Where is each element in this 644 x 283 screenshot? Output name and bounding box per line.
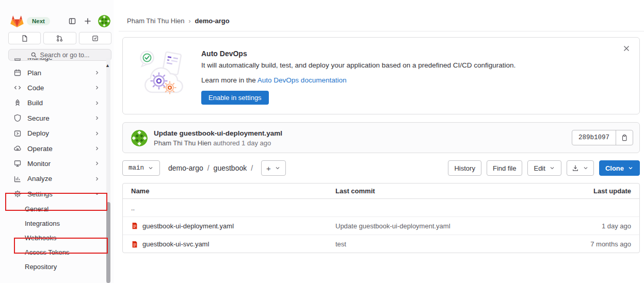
sidebar-item-settings[interactable]: Settings [5, 187, 107, 202]
monitor-icon [13, 159, 22, 168]
auto-devops-banner: Auto DevOps It will automatically build,… [122, 37, 640, 114]
sidebar-scrollbar-thumb[interactable] [106, 202, 110, 283]
code-icon [13, 84, 22, 92]
sidebar-item-general[interactable]: General [5, 202, 107, 216]
chevron-right-icon [94, 145, 100, 152]
rocket-icon [13, 99, 22, 107]
chevron-right-icon [94, 70, 100, 76]
yaml-file-icon [131, 241, 138, 248]
auto-devops-doc-link[interactable]: Auto DevOps documentation [257, 76, 347, 84]
sidebar-item-secure[interactable]: Secure [5, 111, 107, 126]
yaml-file-icon [131, 222, 138, 229]
banner-learn-more: Learn more in the Auto DevOps documentat… [201, 76, 346, 84]
sidebar-item-code[interactable]: Code [5, 80, 107, 95]
column-name: Name [131, 187, 335, 195]
chevron-down-icon [148, 165, 154, 171]
file-last-update: 7 months ago [538, 240, 631, 248]
devops-illustration [138, 46, 192, 97]
branch-selector[interactable]: main [122, 160, 160, 176]
chevron-down-icon [275, 165, 281, 171]
commit-author[interactable]: Pham Thi Thu Hien [154, 139, 212, 147]
breadcrumb-current[interactable]: demo-argo [195, 17, 230, 25]
file-last-update: 1 day ago [538, 222, 631, 230]
file-name: guestbook-ui-svc.yaml [142, 240, 209, 248]
user-avatar[interactable] [98, 15, 110, 27]
search-placeholder: Search or go to... [40, 52, 90, 59]
gear-icon [13, 190, 22, 198]
add-file-button[interactable]: + [261, 160, 286, 176]
file-last-commit[interactable]: test [335, 240, 538, 248]
history-button[interactable]: History [448, 160, 481, 176]
sidebar-item-webhooks[interactable]: Webhooks [5, 230, 107, 245]
chevron-down-icon [549, 165, 555, 171]
chevron-down-icon [627, 165, 634, 171]
chevron-right-icon [94, 160, 100, 167]
issues-button[interactable] [8, 32, 41, 44]
path-dir[interactable]: guestbook [214, 164, 247, 172]
commit-sha[interactable]: 289b1097 [572, 130, 616, 145]
sidebar-item-monitor[interactable]: Monitor [5, 156, 107, 171]
shield-icon [13, 114, 22, 122]
sidebar-item-plan[interactable]: Plan [5, 65, 107, 80]
chevron-down-icon [94, 191, 100, 197]
deploy-icon [13, 129, 22, 138]
banner-description: It will automatically build, test, and d… [201, 61, 516, 69]
sidebar-shortcuts [8, 32, 111, 44]
find-file-button[interactable]: Find file [487, 160, 523, 176]
sidebar-toggle-icon[interactable] [68, 17, 76, 25]
repo-toolbar: main demo-argo / guestbook / + History F… [122, 160, 640, 176]
file-last-commit[interactable]: Update guestbook-ui-deployment.yaml [335, 222, 538, 230]
chevron-right-icon [94, 130, 100, 137]
sidebar-nav: Manage Plan Code Build [5, 58, 107, 283]
banner-title: Auto DevOps [201, 49, 247, 58]
chart-icon [13, 175, 22, 183]
path-repo[interactable]: demo-argo [168, 164, 203, 172]
table-row-parent-dir[interactable]: .. [123, 199, 639, 217]
sidebar-item-build[interactable]: Build [5, 95, 107, 110]
gitlab-logo-icon[interactable] [10, 15, 24, 27]
edit-button[interactable]: Edit [527, 160, 561, 176]
create-new-icon[interactable] [84, 17, 92, 25]
sidebar-item-manage[interactable]: Manage [5, 58, 107, 65]
chevron-right-icon [94, 100, 100, 106]
clone-button[interactable]: Clone [599, 160, 640, 176]
column-last-commit: Last commit [335, 187, 538, 195]
cloud-gear-icon [13, 144, 22, 153]
todo-list-button[interactable] [79, 32, 111, 44]
sidebar-item-repository[interactable]: Repository [5, 260, 107, 274]
chevron-right-icon [94, 115, 100, 121]
download-button[interactable] [567, 160, 594, 176]
header-divider [119, 31, 644, 31]
calendar-icon [13, 69, 22, 77]
chevron-right-icon [94, 176, 100, 182]
last-commit-bar: Update guestbook-ui-deployment.yaml Pham… [122, 122, 640, 153]
copy-sha-button[interactable] [616, 130, 633, 145]
close-icon[interactable] [622, 44, 631, 53]
commit-meta: Pham Thi Thu Hien authored 1 day ago [154, 139, 271, 147]
chevron-right-icon [94, 85, 100, 91]
file-name: guestbook-ui-deployment.yaml [142, 222, 234, 230]
search-icon [30, 52, 37, 58]
scroll-up-arrow-icon[interactable]: ▲ [105, 63, 110, 68]
sidebar-item-deploy[interactable]: Deploy [5, 126, 107, 141]
commit-message[interactable]: Update guestbook-ui-deployment.yaml [154, 129, 282, 137]
file-path-breadcrumb: demo-argo / guestbook / [168, 164, 253, 172]
commit-sha-group: 289b1097 [572, 130, 633, 145]
table-row-deployment-yaml[interactable]: guestbook-ui-deployment.yaml Update gues… [123, 217, 639, 235]
sidebar-item-operate[interactable]: Operate [5, 141, 107, 156]
table-row-svc-yaml[interactable]: guestbook-ui-svc.yaml test 7 months ago [123, 235, 639, 253]
download-icon [572, 164, 579, 172]
file-table-header: Name Last commit Last update [123, 184, 639, 199]
breadcrumb-parent[interactable]: Pham Thi Thu Hien [127, 17, 185, 25]
sidebar: Next [0, 0, 114, 283]
sidebar-item-analyze[interactable]: Analyze [5, 171, 107, 186]
sidebar-item-access-tokens[interactable]: Access Tokens [5, 245, 107, 259]
file-table: Name Last commit Last update .. guestboo… [122, 183, 640, 253]
chevron-down-icon [583, 165, 589, 171]
commit-author-avatar[interactable] [131, 130, 148, 146]
sidebar-item-integrations[interactable]: Integrations [5, 216, 107, 230]
enable-in-settings-button[interactable]: Enable in settings [201, 91, 269, 105]
merge-requests-button[interactable] [43, 32, 76, 44]
breadcrumb: Pham Thi Thu Hien › demo-argo [127, 17, 230, 25]
breadcrumb-separator: › [189, 18, 191, 25]
